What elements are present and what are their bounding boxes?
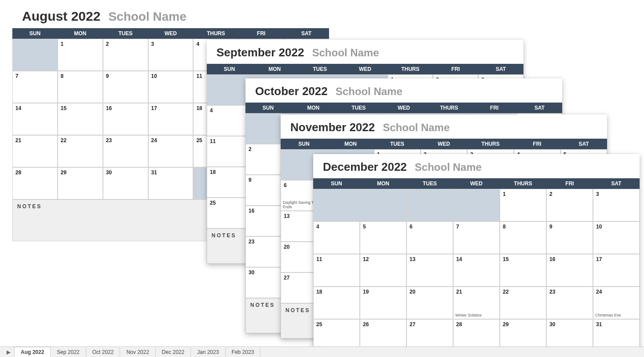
day-number: 16 <box>549 256 590 262</box>
calendar-cell[interactable]: 22 <box>500 287 546 319</box>
day-number: 8 <box>61 73 100 79</box>
tab-scroll-right-icon[interactable]: ▶ <box>3 347 14 357</box>
calendar-cell[interactable]: 17 <box>593 254 640 287</box>
weekday-header: SUNMONTUESWEDTHURSFRISAT <box>281 139 607 149</box>
calendar-cell[interactable]: 9 <box>546 221 593 254</box>
calendar-cell[interactable]: 19 <box>360 287 406 319</box>
calendar-cell[interactable]: 21 <box>12 135 58 167</box>
weekday-label: SUN <box>313 178 360 189</box>
calendar-cell[interactable]: 31 <box>148 167 194 199</box>
calendar-cell[interactable]: 4 <box>313 221 360 254</box>
weekday-label: SAT <box>478 64 523 74</box>
weekday-label: SAT <box>560 139 607 149</box>
calendar-cell[interactable]: 6 <box>406 221 453 254</box>
calendar-cell[interactable] <box>360 189 406 221</box>
sheet-tab[interactable]: Dec 2022 <box>156 347 191 357</box>
calendar-cell[interactable]: 24 <box>148 135 194 167</box>
calendar-cell[interactable]: 23 <box>103 135 148 167</box>
school-name: School Name <box>108 10 186 24</box>
day-number: 6 <box>410 224 450 230</box>
calendar-cell[interactable]: 13 <box>406 254 453 287</box>
calendar-grid: 123456789101112131415161718192021Winter … <box>313 189 640 352</box>
calendar-cell[interactable]: 14 <box>12 103 58 135</box>
day-number: 12 <box>363 256 403 262</box>
calendar-cell[interactable]: 24Christmas Eve <box>593 287 640 319</box>
calendar-cell[interactable]: 12 <box>360 254 406 287</box>
calendar-cell[interactable]: 5 <box>360 221 406 254</box>
calendar-cell[interactable]: 29 <box>58 167 103 199</box>
calendar-cell[interactable]: 15 <box>500 254 546 287</box>
calendar-cell[interactable] <box>12 39 58 71</box>
weekday-label: WED <box>381 103 427 113</box>
weekday-label: MON <box>252 64 297 74</box>
sheet-tabs: ▶ Aug 2022Sep 2022Oct 2022Nov 2022Dec 20… <box>0 346 644 357</box>
calendar-cell[interactable]: 3 <box>593 189 640 221</box>
calendar-cell[interactable]: 10 <box>148 71 194 103</box>
calendar-title: October 2022 <box>255 85 328 98</box>
calendar-cell[interactable]: 10 <box>593 221 640 254</box>
day-number: 3 <box>151 41 190 47</box>
day-note: Christmas Eve <box>595 313 637 318</box>
calendar-cell[interactable]: 1 <box>500 189 546 221</box>
calendar-cell[interactable]: 8 <box>58 71 103 103</box>
calendar-title: September 2022 <box>216 46 304 59</box>
calendar-cell[interactable]: 3 <box>148 39 194 71</box>
calendar-cell[interactable]: 2 <box>546 189 593 221</box>
sheet-tab[interactable]: Sep 2022 <box>51 347 86 357</box>
calendar-cell[interactable]: 30 <box>103 167 148 199</box>
weekday-label: FRI <box>514 139 560 149</box>
calendar-cell[interactable]: 11 <box>313 254 360 287</box>
calendar-cell[interactable]: 7 <box>453 221 500 254</box>
calendar-cell[interactable]: 17 <box>148 103 194 135</box>
calendar-week: 123 <box>313 189 640 221</box>
weekday-label: THURS <box>467 139 514 149</box>
day-number: 9 <box>549 224 590 230</box>
day-number: 8 <box>503 224 543 230</box>
calendar-cell[interactable]: 16 <box>546 254 593 287</box>
calendar-cell[interactable]: 2 <box>103 39 148 71</box>
day-number: 28 <box>15 169 55 176</box>
calendar-cell[interactable]: 9 <box>103 71 148 103</box>
sheet-tab[interactable]: Feb 2023 <box>226 347 261 357</box>
weekday-label: SUN <box>245 103 291 113</box>
day-number: 14 <box>456 256 497 262</box>
day-number: 31 <box>596 321 637 328</box>
sheet-tab[interactable]: Nov 2022 <box>120 347 155 357</box>
calendar-cell[interactable]: 14 <box>453 254 500 287</box>
calendar-cell[interactable]: 23 <box>546 287 593 319</box>
sheet-tab[interactable]: Jan 2023 <box>191 347 225 357</box>
calendar-cell[interactable]: 22 <box>58 135 103 167</box>
weekday-label: TUES <box>336 103 381 113</box>
day-note: Winter Solstice <box>455 313 498 318</box>
day-number: 29 <box>61 169 100 176</box>
school-name: School Name <box>336 85 402 98</box>
weekday-header: SUNMONTUESWEDTHURSFRISAT <box>12 28 329 39</box>
calendar-cell[interactable] <box>313 189 360 221</box>
calendar-cell[interactable]: 7 <box>12 71 58 103</box>
day-number: 4 <box>316 224 357 230</box>
day-number: 10 <box>151 73 190 79</box>
calendar-cell[interactable]: 20 <box>406 287 453 319</box>
calendar-cell[interactable]: 18 <box>313 287 360 319</box>
calendar-cell[interactable] <box>453 189 500 221</box>
calendar-cell[interactable]: 8 <box>500 221 546 254</box>
school-name: School Name <box>415 161 482 173</box>
calendar-cell[interactable]: 28 <box>12 167 58 199</box>
calendar-week: 45678910 <box>313 221 640 254</box>
calendar-cell[interactable]: 15 <box>58 103 103 135</box>
day-number: 11 <box>316 256 357 262</box>
weekday-label: THURS <box>500 178 546 189</box>
sheet-tab[interactable]: Oct 2022 <box>86 347 121 357</box>
calendar-cell[interactable]: 1 <box>58 39 103 71</box>
weekday-label: FRI <box>433 64 478 74</box>
calendar-cell[interactable] <box>406 189 453 221</box>
day-number: 15 <box>61 105 100 111</box>
calendar-cell[interactable]: 16 <box>103 103 148 135</box>
sheet-tab[interactable]: Aug 2022 <box>14 347 51 357</box>
weekday-label: SUN <box>12 28 58 39</box>
day-number: 21 <box>456 289 497 295</box>
weekday-header: SUNMONTUESWEDTHURSFRISAT <box>245 103 562 113</box>
calendar-cell[interactable]: 21Winter Solstice <box>453 287 500 319</box>
weekday-label: FRI <box>472 103 517 113</box>
day-number: 1 <box>61 41 100 47</box>
